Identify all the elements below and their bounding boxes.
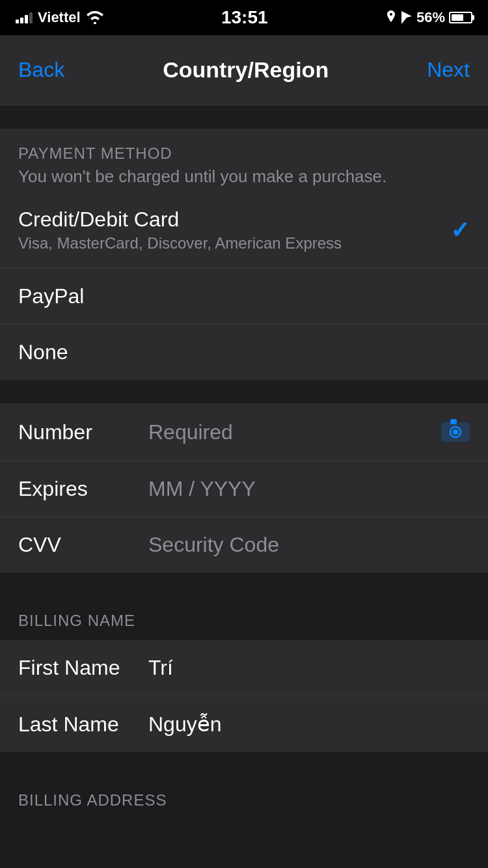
navigation-icon <box>401 10 413 25</box>
battery-percent: 56% <box>416 9 445 26</box>
section-gap-2 <box>0 380 488 403</box>
svg-rect-3 <box>450 419 457 424</box>
payment-method-subtitle: You won't be charged until you make a pu… <box>18 167 470 187</box>
camera-icon-wrapper[interactable] <box>441 419 470 445</box>
none-title: None <box>18 340 68 364</box>
last-name-row[interactable]: Last Name Nguyễn <box>0 696 488 752</box>
payment-none-row[interactable]: None <box>0 325 488 380</box>
card-expires-row[interactable]: Expires MM / YYYY <box>0 461 488 517</box>
carrier-label: Viettel <box>38 9 81 26</box>
billing-address-title: BILLING ADDRESS <box>18 791 470 809</box>
card-number-input[interactable]: Required <box>148 420 441 444</box>
paypal-content: PayPal <box>18 284 84 308</box>
billing-name-header: BILLING NAME <box>0 596 488 640</box>
card-number-row[interactable]: Number Required <box>0 403 488 461</box>
section-gap-3 <box>0 573 488 596</box>
card-number-label: Number <box>18 420 148 444</box>
card-fields-container: Number Required Expires MM / YYYY CVV Se… <box>0 403 488 573</box>
card-expires-input[interactable]: MM / YYYY <box>148 477 470 501</box>
payment-method-header: PAYMENT METHOD You won't be charged unti… <box>0 129 488 192</box>
location-icon <box>385 10 397 25</box>
credit-card-checkmark: ✓ <box>450 217 470 244</box>
battery-icon <box>449 12 472 23</box>
payment-paypal-row[interactable]: PayPal <box>0 269 488 325</box>
credit-card-content: Credit/Debit Card Visa, MasterCard, Disc… <box>18 208 342 252</box>
card-cvv-label: CVV <box>18 533 148 557</box>
status-left: Viettel <box>16 9 104 26</box>
status-bar: Viettel 13:51 56% <box>0 0 488 35</box>
payment-method-title: PAYMENT METHOD <box>18 144 470 163</box>
card-expires-label: Expires <box>18 477 148 501</box>
nav-title: Country/Region <box>163 57 329 83</box>
section-gap-1 <box>0 105 488 129</box>
last-name-value[interactable]: Nguyễn <box>148 712 470 737</box>
signal-icon <box>16 12 33 23</box>
section-gap-4 <box>0 752 488 776</box>
card-cvv-input[interactable]: Security Code <box>148 533 470 557</box>
next-button[interactable]: Next <box>427 58 470 82</box>
billing-name-title: BILLING NAME <box>18 612 470 630</box>
payment-method-list: Credit/Debit Card Visa, MasterCard, Disc… <box>0 192 488 380</box>
nav-bar: Back Country/Region Next <box>0 35 488 105</box>
first-name-row[interactable]: First Name Trí <box>0 640 488 696</box>
back-button[interactable]: Back <box>18 58 64 82</box>
wifi-icon <box>86 11 104 24</box>
payment-credit-card-row[interactable]: Credit/Debit Card Visa, MasterCard, Disc… <box>0 192 488 269</box>
card-cvv-row[interactable]: CVV Security Code <box>0 517 488 573</box>
svg-point-2 <box>453 429 458 435</box>
paypal-title: PayPal <box>18 284 84 308</box>
credit-card-title: Credit/Debit Card <box>18 208 342 232</box>
billing-address-header: BILLING ADDRESS <box>0 776 488 820</box>
first-name-label: First Name <box>18 656 148 680</box>
credit-card-subtitle: Visa, MasterCard, Discover, American Exp… <box>18 234 342 252</box>
camera-icon <box>441 419 470 442</box>
status-right: 56% <box>385 9 472 26</box>
none-content: None <box>18 340 68 364</box>
first-name-value[interactable]: Trí <box>148 656 470 680</box>
last-name-label: Last Name <box>18 712 148 737</box>
time-label: 13:51 <box>221 7 268 28</box>
billing-name-container: First Name Trí Last Name Nguyễn <box>0 640 488 752</box>
